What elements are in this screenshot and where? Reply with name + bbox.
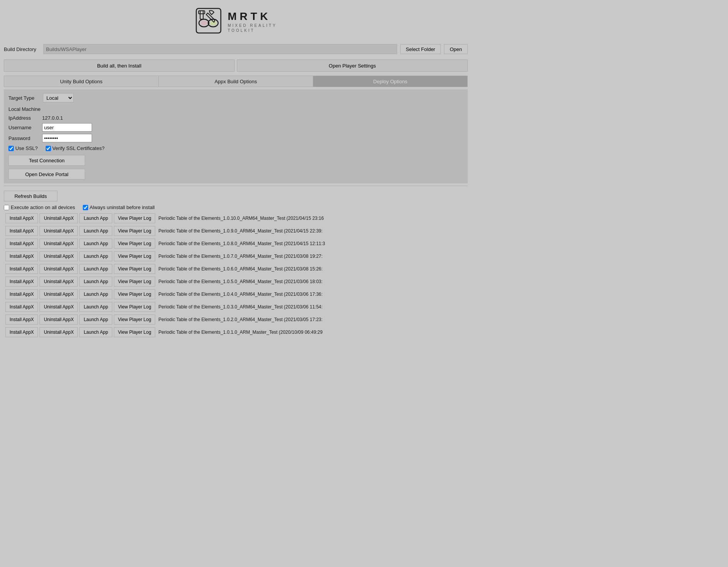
install-appx-button[interactable]: Install AppX bbox=[5, 315, 38, 325]
test-connection-button[interactable]: Test Connection bbox=[8, 155, 85, 166]
uninstall-appx-button[interactable]: Uninstall AppX bbox=[39, 327, 78, 337]
view-player-log-button[interactable]: View Player Log bbox=[114, 226, 156, 236]
app-logo bbox=[195, 7, 222, 36]
app-subtitle-line1: MIXED REALITY bbox=[228, 23, 277, 28]
launch-app-button[interactable]: Launch App bbox=[79, 327, 112, 337]
tab-unity-build[interactable]: Unity Build Options bbox=[4, 76, 159, 87]
password-label: Password bbox=[8, 135, 39, 141]
username-input[interactable] bbox=[42, 123, 92, 132]
tab-appx-build[interactable]: Appx Build Options bbox=[159, 76, 313, 87]
execute-all-checkbox-item[interactable]: Execute action on all devices bbox=[4, 204, 75, 210]
launch-app-button[interactable]: Launch App bbox=[79, 226, 112, 236]
launch-app-button[interactable]: Launch App bbox=[79, 264, 112, 274]
uninstall-appx-button[interactable]: Uninstall AppX bbox=[39, 226, 78, 236]
build-row: Install AppXUninstall AppXLaunch AppView… bbox=[4, 251, 468, 262]
uninstall-appx-button[interactable]: Uninstall AppX bbox=[39, 264, 78, 274]
install-appx-button[interactable]: Install AppX bbox=[5, 213, 38, 223]
view-player-log-button[interactable]: View Player Log bbox=[114, 327, 156, 337]
view-player-log-button[interactable]: View Player Log bbox=[114, 302, 156, 312]
install-appx-button[interactable]: Install AppX bbox=[5, 302, 38, 312]
use-ssl-checkbox[interactable] bbox=[8, 146, 14, 151]
view-player-log-button[interactable]: View Player Log bbox=[114, 315, 156, 325]
app-title: MRTK bbox=[228, 10, 277, 23]
install-appx-button[interactable]: Install AppX bbox=[5, 264, 38, 274]
uninstall-appx-button[interactable]: Uninstall AppX bbox=[39, 315, 78, 325]
uninstall-appx-button[interactable]: Uninstall AppX bbox=[39, 289, 78, 299]
password-input[interactable] bbox=[42, 134, 92, 142]
builds-checkboxes-row: Execute action on all devices Always uni… bbox=[4, 204, 468, 210]
target-type-select[interactable]: Local Remote bbox=[43, 93, 74, 102]
install-appx-button[interactable]: Install AppX bbox=[5, 226, 38, 236]
use-ssl-label: Use SSL? bbox=[15, 145, 38, 151]
launch-app-button[interactable]: Launch App bbox=[79, 277, 112, 287]
build-row: Install AppXUninstall AppXLaunch AppView… bbox=[4, 213, 468, 224]
build-name: Periodic Table of the Elements_1.0.10.0_… bbox=[157, 216, 466, 221]
section-divider bbox=[4, 186, 468, 186]
launch-app-button[interactable]: Launch App bbox=[79, 289, 112, 299]
launch-app-button[interactable]: Launch App bbox=[79, 302, 112, 312]
action-buttons-group: Test Connection Open Device Portal bbox=[8, 155, 463, 180]
build-row: Install AppXUninstall AppXLaunch AppView… bbox=[4, 238, 468, 249]
build-row: Install AppXUninstall AppXLaunch AppView… bbox=[4, 326, 468, 338]
build-name: Periodic Table of the Elements_1.0.2.0_A… bbox=[157, 317, 466, 322]
uninstall-appx-button[interactable]: Uninstall AppX bbox=[39, 277, 78, 287]
launch-app-button[interactable]: Launch App bbox=[79, 315, 112, 325]
verify-ssl-label: Verify SSL Certificates? bbox=[53, 145, 105, 151]
build-name: Periodic Table of the Elements_1.0.8.0_A… bbox=[157, 241, 466, 246]
execute-all-checkbox[interactable] bbox=[4, 205, 9, 210]
tabs-row: Unity Build Options Appx Build Options D… bbox=[0, 76, 472, 87]
build-name: Periodic Table of the Elements_1.0.4.0_A… bbox=[157, 292, 466, 297]
build-directory-input[interactable] bbox=[43, 44, 397, 54]
use-ssl-checkbox-item[interactable]: Use SSL? bbox=[8, 145, 38, 151]
build-row: Install AppXUninstall AppXLaunch AppView… bbox=[4, 314, 468, 325]
username-label: Username bbox=[8, 125, 39, 130]
build-name: Periodic Table of the Elements_1.0.7.0_A… bbox=[157, 254, 466, 259]
install-appx-button[interactable]: Install AppX bbox=[5, 277, 38, 287]
always-uninstall-checkbox[interactable] bbox=[83, 205, 88, 210]
select-folder-button[interactable]: Select Folder bbox=[400, 44, 441, 54]
verify-ssl-checkbox[interactable] bbox=[46, 146, 51, 151]
build-row: Install AppXUninstall AppXLaunch AppView… bbox=[4, 225, 468, 237]
verify-ssl-checkbox-item[interactable]: Verify SSL Certificates? bbox=[46, 145, 105, 151]
view-player-log-button[interactable]: View Player Log bbox=[114, 264, 156, 274]
open-player-settings-button[interactable]: Open Player Settings bbox=[237, 59, 468, 72]
build-name: Periodic Table of the Elements_1.0.5.0_A… bbox=[157, 279, 466, 284]
launch-app-button[interactable]: Launch App bbox=[79, 213, 112, 223]
uninstall-appx-button[interactable]: Uninstall AppX bbox=[39, 251, 78, 261]
local-machine-title: Local Machine bbox=[8, 106, 463, 112]
build-all-button[interactable]: Build all, then Install bbox=[4, 59, 235, 72]
view-player-log-button[interactable]: View Player Log bbox=[114, 277, 156, 287]
launch-app-button[interactable]: Launch App bbox=[79, 239, 112, 249]
target-type-row: Target Type Local Remote bbox=[8, 93, 463, 102]
view-player-log-button[interactable]: View Player Log bbox=[114, 251, 156, 261]
builds-section: Refresh Builds Execute action on all dev… bbox=[0, 188, 472, 338]
open-device-portal-button[interactable]: Open Device Portal bbox=[8, 169, 85, 180]
install-appx-button[interactable]: Install AppX bbox=[5, 289, 38, 299]
uninstall-appx-button[interactable]: Uninstall AppX bbox=[39, 213, 78, 223]
ip-address-value: 127.0.0.1 bbox=[42, 115, 63, 121]
install-appx-button[interactable]: Install AppX bbox=[5, 239, 38, 249]
build-name: Periodic Table of the Elements_1.0.1.0_A… bbox=[157, 330, 466, 335]
builds-top-row: Refresh Builds bbox=[4, 191, 468, 201]
install-appx-button[interactable]: Install AppX bbox=[5, 327, 38, 337]
view-player-log-button[interactable]: View Player Log bbox=[114, 289, 156, 299]
always-uninstall-label: Always uninstall before install bbox=[90, 204, 155, 210]
always-uninstall-checkbox-item[interactable]: Always uninstall before install bbox=[83, 204, 155, 210]
ip-address-row: IpAddress 127.0.0.1 bbox=[8, 115, 463, 121]
launch-app-button[interactable]: Launch App bbox=[79, 251, 112, 261]
view-player-log-button[interactable]: View Player Log bbox=[114, 213, 156, 223]
refresh-builds-button[interactable]: Refresh Builds bbox=[4, 191, 58, 201]
uninstall-appx-button[interactable]: Uninstall AppX bbox=[39, 239, 78, 249]
ip-address-label: IpAddress bbox=[8, 115, 39, 121]
uninstall-appx-button[interactable]: Uninstall AppX bbox=[39, 302, 78, 312]
target-type-label: Target Type bbox=[8, 95, 39, 101]
deploy-options-panel: Target Type Local Remote Local Machine I… bbox=[4, 89, 468, 183]
tab-deploy-options[interactable]: Deploy Options bbox=[313, 76, 468, 87]
build-row: Install AppXUninstall AppXLaunch AppView… bbox=[4, 263, 468, 275]
view-player-log-button[interactable]: View Player Log bbox=[114, 239, 156, 249]
build-row: Install AppXUninstall AppXLaunch AppView… bbox=[4, 288, 468, 300]
install-appx-button[interactable]: Install AppX bbox=[5, 251, 38, 261]
svg-point-4 bbox=[200, 21, 207, 25]
build-list: Install AppXUninstall AppXLaunch AppView… bbox=[4, 213, 468, 338]
open-button[interactable]: Open bbox=[444, 44, 468, 54]
